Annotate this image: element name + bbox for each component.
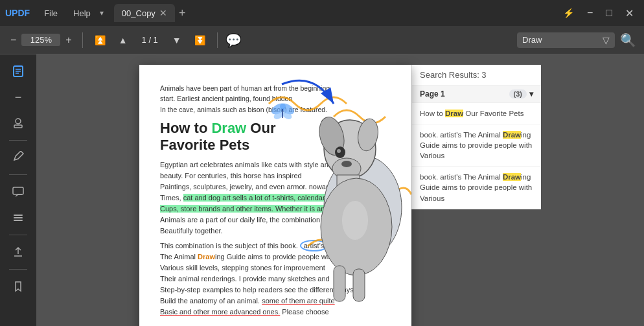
search-result-item-0[interactable]: How to Draw Our Favorite Pets (412, 103, 541, 124)
file-menu[interactable]: File (38, 6, 64, 21)
search-results-header: Search Results: 3 (412, 65, 541, 86)
page-indicator: 1 / 1 (137, 35, 163, 45)
search-result-item-2[interactable]: book. artist's The Animal Drawing Guide … (412, 167, 541, 209)
sidebar-icon-layers[interactable] (6, 206, 30, 229)
sidebar-icon-edit[interactable] (6, 146, 30, 169)
search-result-item-1[interactable]: book. artist's The Animal Drawing Guide … (412, 124, 541, 167)
maximize-button[interactable]: □ (601, 5, 617, 21)
separator (82, 32, 83, 48)
app-logo: UPDF (5, 8, 30, 18)
search-highlight-2: Draw (503, 173, 521, 181)
nav-first-button[interactable]: ⏫ (91, 32, 109, 48)
sidebar-icon-minus[interactable]: − (6, 86, 30, 109)
nav-last-button[interactable]: ⏬ (190, 32, 209, 48)
comment-button[interactable]: 💬 (225, 32, 242, 48)
zoom-control: − + (8, 33, 75, 47)
sidebar-sep-3 (9, 235, 27, 235)
tab-title: 00_Copy (122, 8, 155, 18)
svg-rect-26 (334, 266, 345, 301)
svg-point-23 (337, 149, 341, 153)
sidebar-sep-1 (9, 140, 27, 141)
page-label: Page 1 (420, 89, 445, 99)
svg-rect-9 (14, 220, 23, 221)
svg-point-28 (342, 201, 368, 240)
tab-close-button[interactable]: ✕ (159, 8, 167, 18)
svg-rect-6 (13, 187, 23, 194)
results-count: (3) (509, 89, 527, 99)
content-area: Animals have been part of human art from… (36, 54, 644, 326)
zoom-value-input[interactable] (21, 34, 60, 46)
window-controls: ⚡ − □ ✕ (558, 5, 639, 22)
document-tab[interactable]: 00_Copy ✕ (114, 4, 175, 22)
separator2 (217, 32, 218, 48)
sidebar-icon-document[interactable] (6, 60, 30, 83)
svg-rect-27 (353, 269, 365, 301)
pdf-heading-draw: Draw (211, 120, 246, 136)
tab-area: 00_Copy ✕ + (114, 4, 555, 22)
sidebar-sep-4 (9, 269, 27, 270)
zoom-in-button[interactable]: + (63, 33, 74, 47)
sidebar-icon-bookmark[interactable] (6, 275, 30, 298)
title-bar: UPDF File Help ▾ 00_Copy ✕ + ⚡ − □ ✕ (0, 0, 644, 26)
nav-next-button[interactable]: ▼ (168, 32, 185, 48)
search-results-panel: Search Results: 3 Page 1 (3) ▾ How to Dr… (411, 65, 541, 209)
dog-image (285, 78, 411, 311)
search-highlight-0: Draw (445, 110, 463, 117)
toolbar: − + ⏫ ▲ 1 / 1 ▼ ⏬ 💬 ▽ 🔍 (0, 26, 644, 54)
search-icon-button[interactable]: 🔍 (620, 32, 636, 48)
svg-point-4 (16, 119, 21, 124)
search-highlight-1: Draw (503, 131, 521, 139)
search-bar: ▽ (517, 32, 615, 48)
search-results-page1-header: Page 1 (3) ▾ (412, 86, 541, 103)
search-filter-button[interactable]: ▽ (603, 35, 610, 45)
help-menu[interactable]: Help (67, 6, 97, 21)
new-tab-button[interactable]: + (179, 6, 186, 20)
sidebar-icon-comment[interactable] (6, 180, 30, 204)
sidebar-icon-upload[interactable] (6, 240, 30, 264)
svg-rect-7 (14, 215, 23, 216)
sidebar-icon-stamp[interactable] (6, 111, 30, 135)
page-expand-icon[interactable]: ▾ (529, 89, 533, 99)
search-input[interactable] (522, 35, 600, 45)
zoom-out-button[interactable]: − (8, 33, 19, 47)
close-button[interactable]: ✕ (620, 5, 639, 22)
wuu-icon[interactable]: ⚡ (558, 5, 579, 21)
nav-prev-button[interactable]: ▲ (115, 32, 132, 48)
svg-rect-5 (14, 125, 22, 128)
menu-dropdown-arrow[interactable]: ▾ (100, 8, 104, 17)
pdf-draw-inline: Draw (198, 253, 215, 261)
left-sidebar: − (0, 54, 36, 326)
svg-rect-8 (14, 217, 23, 218)
svg-point-21 (341, 161, 352, 167)
sidebar-sep-2 (9, 174, 27, 175)
main-layout: − (0, 54, 644, 326)
pdf-page: Animals have been part of human art from… (139, 65, 411, 326)
minimize-button[interactable]: − (582, 5, 598, 21)
